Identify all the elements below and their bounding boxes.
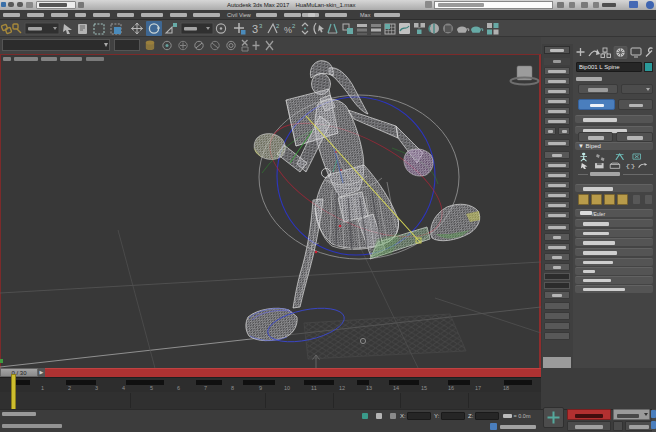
svg-text:%: % <box>284 25 292 35</box>
svg-text:{}: {} <box>625 164 635 169</box>
svg-text:2: 2 <box>276 23 280 29</box>
svg-text:3: 3 <box>259 23 263 29</box>
svg-text:2: 2 <box>292 23 296 29</box>
svg-text:3: 3 <box>252 23 258 35</box>
